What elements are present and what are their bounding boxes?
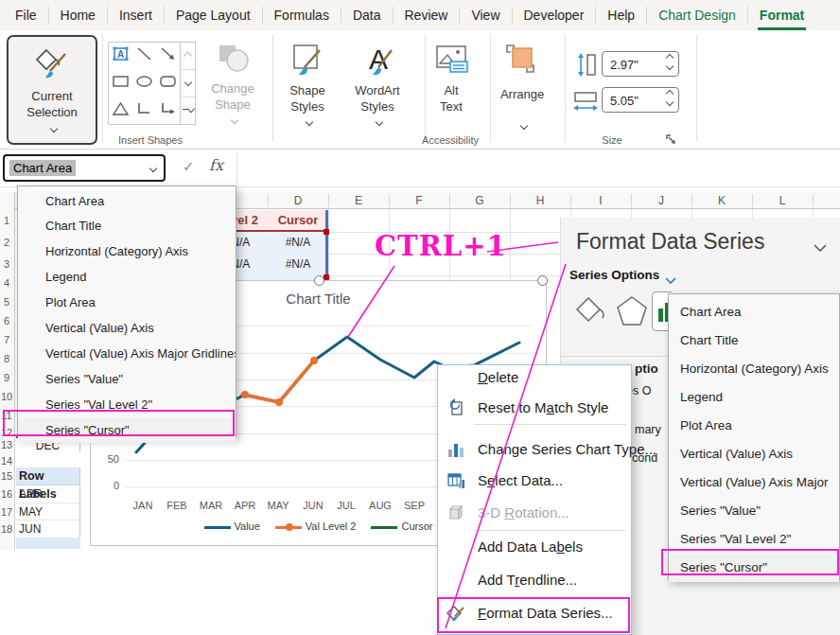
dropdown-item-vertical-axis-gridlines[interactable]: Vertical (Value) Axis Major Gridlines bbox=[18, 342, 236, 366]
panel-dropdown-item-chart-area[interactable]: Chart Area bbox=[669, 298, 839, 326]
dropdown-item-series-value[interactable]: Series "Value" bbox=[18, 367, 236, 392]
wordart-styles-button[interactable]: A WordArt Styles bbox=[342, 43, 412, 131]
line-shape-icon[interactable] bbox=[135, 45, 154, 66]
column-header[interactable]: K bbox=[691, 194, 752, 207]
height-spinner[interactable] bbox=[667, 55, 673, 69]
tab-home[interactable]: Home bbox=[49, 7, 108, 24]
alt-text-button[interactable]: Alt Text bbox=[422, 43, 481, 115]
row-number[interactable]: 7 bbox=[0, 334, 13, 345]
tab-formulas[interactable]: Formulas bbox=[263, 7, 341, 24]
chart-resize-handle[interactable] bbox=[537, 275, 548, 286]
tab-file[interactable]: File bbox=[4, 7, 49, 24]
shape-height-input[interactable]: 2.97" bbox=[602, 51, 679, 77]
row-number[interactable]: 11 bbox=[0, 410, 13, 421]
column-header[interactable]: H bbox=[510, 194, 570, 207]
column-header[interactable]: G bbox=[449, 194, 510, 207]
elbow-arrow-connector-icon[interactable] bbox=[159, 100, 178, 121]
row-number[interactable]: 4 bbox=[0, 277, 13, 289]
column-header[interactable]: I bbox=[570, 194, 631, 207]
row-number[interactable]: 15 bbox=[0, 470, 13, 482]
row-number[interactable]: 8 bbox=[0, 353, 13, 364]
gallery-scroll-down-icon[interactable] bbox=[181, 70, 195, 97]
cell-b17[interactable]: MAY bbox=[16, 503, 80, 520]
panel-collapse-chevron-icon[interactable] bbox=[814, 238, 827, 256]
cell-d3[interactable]: #N/A bbox=[268, 254, 328, 275]
cell-d2[interactable]: #N/A bbox=[268, 232, 328, 254]
rectangle-shape-icon[interactable] bbox=[112, 73, 131, 94]
tab-developer[interactable]: Developer bbox=[513, 7, 597, 24]
range-handle[interactable] bbox=[324, 229, 329, 235]
series-options-chevron-icon[interactable] bbox=[665, 271, 676, 288]
textbox-shape-icon[interactable]: A bbox=[112, 45, 131, 66]
menu-item-change-series-chart-type[interactable]: Change Series Chart Type... bbox=[438, 438, 631, 461]
name-box-dropdown-icon[interactable] bbox=[149, 164, 157, 171]
chart-resize-handle[interactable] bbox=[314, 275, 324, 286]
menu-item-delete[interactable]: Delete bbox=[438, 366, 631, 389]
dropdown-item-horizontal-axis[interactable]: Horizontal (Category) Axis bbox=[18, 239, 236, 264]
row-number[interactable]: 5 bbox=[0, 296, 13, 308]
row-number[interactable]: 16 bbox=[0, 488, 13, 500]
fill-bucket-tab-icon[interactable] bbox=[572, 293, 608, 333]
dropdown-item-legend[interactable]: Legend bbox=[18, 265, 236, 290]
menu-item-reset-to-match-style[interactable]: Reset to Match Style bbox=[438, 397, 631, 419]
menu-item-select-data[interactable]: Select Data... bbox=[438, 469, 631, 492]
row-number[interactable]: 14 bbox=[0, 455, 13, 467]
tab-insert[interactable]: Insert bbox=[108, 7, 165, 24]
row-number[interactable]: 6 bbox=[0, 315, 13, 326]
oval-shape-icon[interactable] bbox=[135, 73, 154, 94]
arrow-shape-icon[interactable] bbox=[159, 45, 178, 66]
panel-dropdown-item-horizontal-axis[interactable]: Horizontal (Category) Axis bbox=[669, 355, 839, 383]
dropdown-item-chart-title[interactable]: Chart Title bbox=[18, 214, 236, 238]
elbow-connector-icon[interactable] bbox=[135, 100, 154, 121]
series-options-section-label[interactable]: Series Options bbox=[569, 268, 659, 282]
cell-b15-row-labels[interactable]: Row Labels bbox=[16, 467, 80, 485]
formula-input[interactable] bbox=[236, 152, 840, 184]
row-number[interactable]: 1 bbox=[0, 215, 13, 226]
gallery-more-icon[interactable] bbox=[181, 97, 195, 124]
row-number[interactable]: 18 bbox=[0, 523, 13, 535]
tab-page-layout[interactable]: Page Layout bbox=[165, 7, 263, 24]
row-number[interactable]: 17 bbox=[0, 506, 13, 518]
column-header[interactable]: D bbox=[268, 194, 328, 207]
width-spinner[interactable] bbox=[667, 91, 673, 105]
tab-help[interactable]: Help bbox=[596, 7, 647, 24]
row-number[interactable]: 12 bbox=[0, 427, 13, 438]
enter-check-icon[interactable]: ✓ bbox=[183, 158, 195, 175]
cell-b16[interactable]: APR bbox=[16, 485, 80, 503]
rounded-rectangle-shape-icon[interactable] bbox=[159, 73, 178, 94]
gallery-scroll-up-icon[interactable] bbox=[181, 43, 195, 70]
menu-item-add-data-labels[interactable]: Add Data Labels bbox=[438, 536, 631, 558]
tab-format[interactable]: Format bbox=[748, 7, 815, 24]
menu-item-format-data-series[interactable]: Format Data Series... bbox=[438, 602, 631, 625]
panel-dropdown-item-vertical-axis-major[interactable]: Vertical (Value) Axis Major bbox=[669, 468, 839, 497]
column-header[interactable]: E bbox=[328, 194, 389, 207]
shape-styles-button[interactable]: Shape Styles bbox=[278, 43, 337, 131]
column-header[interactable]: L bbox=[752, 194, 813, 207]
tab-chart-design[interactable]: Chart Design bbox=[647, 7, 748, 24]
dropdown-item-plot-area[interactable]: Plot Area bbox=[18, 291, 236, 315]
menu-item-add-trendline[interactable]: Add Trendline... bbox=[438, 569, 631, 591]
tab-view[interactable]: View bbox=[460, 7, 512, 24]
current-selection-button[interactable]: Current Selection bbox=[7, 35, 97, 145]
effects-pentagon-tab-icon[interactable] bbox=[614, 293, 650, 333]
tab-review[interactable]: Review bbox=[394, 7, 461, 24]
row-number[interactable]: 9 bbox=[0, 372, 13, 383]
row-number[interactable]: 3 bbox=[0, 258, 13, 270]
cell-b18[interactable]: JUN bbox=[16, 520, 80, 538]
size-dialog-launcher-icon[interactable] bbox=[665, 132, 677, 150]
column-header[interactable]: J bbox=[631, 194, 691, 207]
dropdown-item-series-cursor[interactable]: Series "Cursor" bbox=[18, 418, 236, 443]
cell-d1[interactable]: Cursor bbox=[268, 210, 328, 232]
panel-dropdown-item-plot-area[interactable]: Plot Area bbox=[669, 412, 839, 440]
row-number[interactable]: 2 bbox=[0, 237, 13, 248]
change-shape-button[interactable]: Change Shape bbox=[201, 43, 265, 129]
panel-dropdown-item-series-cursor[interactable]: Series "Cursor" bbox=[669, 554, 839, 582]
row-number[interactable]: 13 bbox=[0, 439, 13, 450]
name-box[interactable]: Chart Area bbox=[3, 154, 166, 182]
column-header[interactable]: F bbox=[389, 194, 449, 207]
panel-dropdown-item-legend[interactable]: Legend bbox=[669, 383, 839, 412]
panel-dropdown-item-series-val-level-2[interactable]: Series "Val Level 2" bbox=[669, 525, 839, 554]
panel-dropdown-item-chart-title[interactable]: Chart Title bbox=[669, 326, 839, 355]
series-range-outline[interactable] bbox=[325, 210, 328, 280]
dropdown-item-chart-area[interactable]: Chart Area bbox=[18, 189, 236, 214]
